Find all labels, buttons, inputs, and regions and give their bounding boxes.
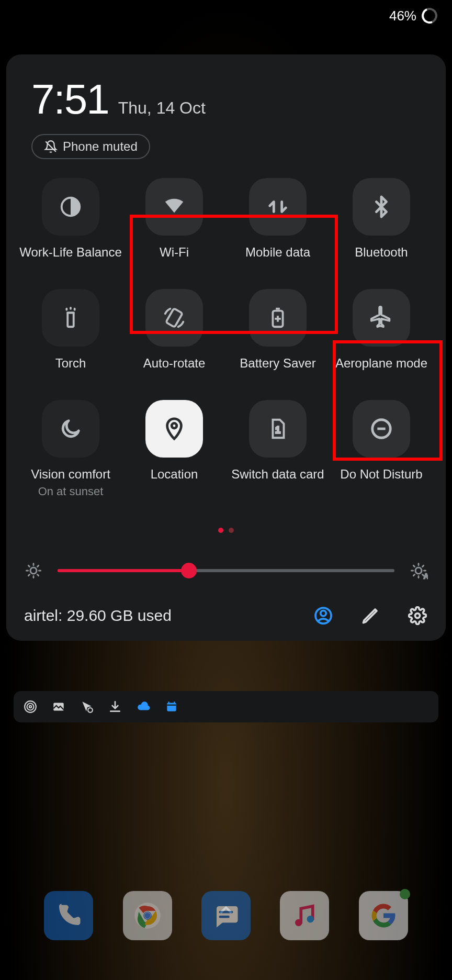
app-phone[interactable] (44, 891, 93, 940)
svg-point-19 (415, 614, 420, 618)
user-switch-icon[interactable] (313, 605, 334, 626)
tile-sublabel: On at sunset (38, 485, 104, 498)
tiles-grid: Work-Life Balance Wi-Fi Mobile data Blue… (19, 178, 433, 498)
status-bar: 46% (0, 0, 452, 31)
brightness-auto-icon[interactable]: A (407, 559, 430, 582)
svg-point-10 (172, 423, 177, 428)
app-messages[interactable] (201, 891, 251, 940)
brightness-slider[interactable] (58, 569, 394, 572)
tile-bluetooth[interactable]: Bluetooth (330, 178, 433, 260)
bluetooth-icon (353, 178, 410, 236)
svg-point-21 (27, 704, 34, 710)
clock-date: Thu, 14 Oct (118, 98, 206, 118)
svg-point-18 (321, 610, 326, 616)
battery-saver-icon (249, 289, 307, 347)
tile-label: Mobile data (245, 245, 310, 260)
brightness-thumb[interactable] (181, 563, 197, 578)
clock-time: 7:51 (31, 75, 109, 124)
carrier-usage: airtel: 29.60 GB used (24, 607, 313, 625)
quick-settings-panel: 7:51 Thu, 14 Oct Phone muted Work-Life B… (6, 54, 446, 641)
tile-label: Bluetooth (355, 245, 408, 260)
battery-percentage: 46% (389, 8, 416, 24)
tile-switch-data-card[interactable]: 1 Switch data card (226, 400, 330, 498)
tile-mobile-data[interactable]: Mobile data (226, 178, 330, 260)
tile-vision-comfort[interactable]: Vision comfort On at sunset (19, 400, 122, 498)
tile-label: Torch (55, 356, 86, 371)
svg-rect-25 (167, 703, 176, 711)
pointer-icon (80, 699, 94, 714)
page-dot (229, 528, 234, 533)
svg-point-30 (295, 919, 302, 927)
svg-point-31 (307, 916, 314, 923)
svg-point-14 (30, 567, 37, 574)
tile-label: Wi-Fi (160, 245, 189, 260)
cloud-icon (136, 699, 151, 714)
svg-point-29 (144, 912, 150, 918)
tile-do-not-disturb[interactable]: Do Not Disturb (330, 400, 433, 498)
svg-text:A: A (424, 573, 428, 580)
phone-muted-label: Phone muted (63, 139, 138, 154)
notification-icon-bar[interactable] (14, 691, 438, 722)
svg-text:1: 1 (275, 425, 280, 435)
app-chrome[interactable] (123, 891, 172, 940)
tile-label: Battery Saver (240, 356, 315, 371)
gallery-icon (51, 699, 66, 714)
svg-point-15 (415, 567, 422, 574)
download-icon (108, 699, 122, 714)
tile-label: Switch data card (231, 467, 324, 482)
panel-footer: airtel: 29.60 GB used (19, 605, 433, 626)
dock (0, 891, 452, 940)
svg-rect-3 (67, 313, 74, 327)
svg-rect-5 (166, 308, 183, 327)
tile-label: Aeroplane mode (335, 356, 427, 371)
tile-auto-rotate[interactable]: Auto-rotate (122, 289, 226, 371)
dnd-icon (353, 400, 410, 458)
sim-card-icon: 1 (249, 400, 307, 458)
page-indicator (19, 528, 433, 533)
calendar-icon (164, 699, 179, 714)
tile-work-life-balance[interactable]: Work-Life Balance (19, 178, 122, 260)
page-dot (218, 528, 223, 533)
work-life-balance-icon (42, 178, 99, 236)
tile-label: Do Not Disturb (340, 467, 422, 482)
tile-label: Auto-rotate (143, 356, 206, 371)
battery-ring-icon (419, 5, 439, 26)
tile-torch[interactable]: Torch (19, 289, 122, 371)
mobile-data-icon (249, 178, 307, 236)
phone-muted-chip[interactable]: Phone muted (31, 134, 150, 159)
auto-rotate-icon (145, 289, 203, 347)
svg-point-24 (88, 708, 93, 712)
app-google[interactable] (359, 891, 408, 940)
wifi-icon (145, 178, 203, 236)
svg-point-20 (29, 706, 31, 708)
notification-dot (400, 889, 410, 899)
tile-aeroplane-mode[interactable]: Aeroplane mode (330, 289, 433, 371)
app-music[interactable] (280, 891, 329, 940)
settings-icon[interactable] (407, 605, 428, 626)
hotspot-icon (23, 699, 38, 714)
brightness-row: A (22, 559, 430, 582)
tile-label: Work-Life Balance (19, 245, 122, 260)
brightness-low-icon (22, 559, 45, 582)
aeroplane-icon (353, 289, 410, 347)
vision-comfort-icon (42, 400, 99, 458)
tile-label: Vision comfort (31, 467, 110, 482)
clock-row: 7:51 Thu, 14 Oct (19, 75, 433, 124)
tile-wifi[interactable]: Wi-Fi (122, 178, 226, 260)
location-icon (145, 400, 203, 458)
bell-off-icon (44, 140, 58, 153)
tile-location[interactable]: Location (122, 400, 226, 498)
tile-battery-saver[interactable]: Battery Saver (226, 289, 330, 371)
tile-label: Location (151, 467, 198, 482)
svg-point-2 (72, 202, 75, 205)
torch-icon (42, 289, 99, 347)
edit-icon[interactable] (360, 605, 381, 626)
brightness-fill (58, 569, 189, 572)
